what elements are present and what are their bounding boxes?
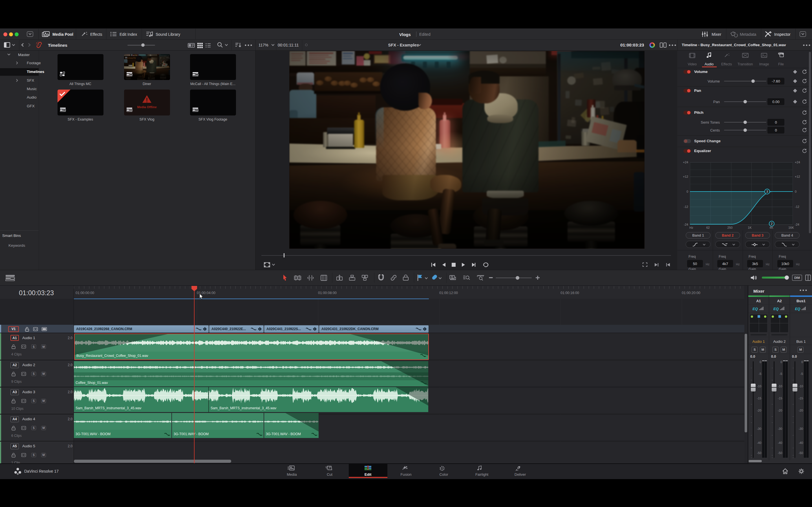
svg-text:2: 2	[771, 222, 772, 225]
svg-text:3: 3	[766, 190, 768, 193]
